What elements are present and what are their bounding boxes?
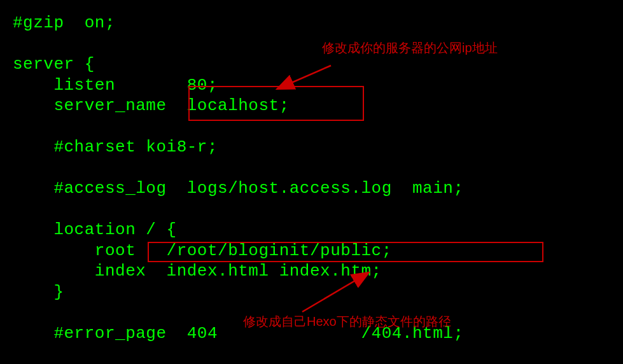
nginx-config-code: #gzip on; server { listen 80; server_nam… xyxy=(13,13,464,344)
arrow-icon xyxy=(293,266,375,317)
highlight-box-rootpath xyxy=(148,242,543,262)
svg-line-1 xyxy=(277,66,331,89)
svg-line-3 xyxy=(302,272,369,312)
arrow-icon xyxy=(267,60,337,95)
annotation-servername: 修改成你的服务器的公网ip地址 xyxy=(322,39,498,57)
